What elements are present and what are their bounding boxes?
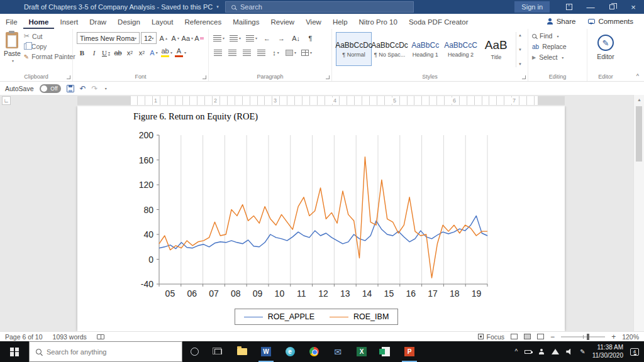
close-button[interactable]: × <box>623 0 644 14</box>
vertical-scrollbar[interactable]: ▲ <box>633 95 644 331</box>
tab-design[interactable]: Design <box>112 14 146 29</box>
document-page[interactable]: Figure 6. Return on Equity (ROE) -400408… <box>77 106 565 331</box>
cut-button[interactable]: ✂Cut <box>24 32 75 40</box>
underline-button[interactable]: U▾ <box>101 47 111 58</box>
clear-formatting-button[interactable]: A <box>194 32 204 44</box>
show-paragraph-marks-button[interactable]: ¶ <box>305 32 316 44</box>
volume-icon[interactable] <box>566 349 573 355</box>
tab-soda-pdf[interactable]: Soda PDF Creator <box>403 14 474 29</box>
font-size-combo[interactable]: 12▾ <box>141 32 157 44</box>
bullets-button[interactable]: ▾ <box>213 32 225 44</box>
styles-scroll-up-button[interactable]: ▲ <box>517 33 523 37</box>
tab-references[interactable]: References <box>179 14 227 29</box>
superscript-button[interactable]: x2 <box>136 47 147 58</box>
styles-gallery-more-button[interactable]: ▼ <box>517 62 523 66</box>
tab-review[interactable]: Review <box>265 14 300 29</box>
change-case-button[interactable]: Aa▾ <box>182 32 192 44</box>
tab-home[interactable]: Home <box>23 14 55 29</box>
select-button[interactable]: ▶Select▾ <box>532 53 583 61</box>
align-left-button[interactable] <box>213 47 223 58</box>
numbering-button[interactable]: ▾ <box>229 32 242 44</box>
taskbar-search-input[interactable] <box>47 348 166 356</box>
file-explorer-button[interactable] <box>230 341 254 362</box>
scrollbar-thumb[interactable] <box>636 106 642 162</box>
action-center-button[interactable]: 4 <box>630 348 639 356</box>
tab-nitro-pro[interactable]: Nitro Pro 10 <box>353 14 403 29</box>
taskbar-clock[interactable]: 11:38 AM 11/30/2020 <box>592 344 623 359</box>
focus-button[interactable]: Focus <box>478 333 505 341</box>
sign-in-button[interactable]: Sign in <box>514 1 550 13</box>
green-office-app-button[interactable] <box>374 341 397 362</box>
copy-button[interactable]: Copy <box>24 43 75 50</box>
comments-button[interactable]: Comments <box>582 16 639 27</box>
word-button[interactable]: W <box>254 341 278 362</box>
line-spacing-button[interactable]: ↕▾ <box>270 47 281 58</box>
title-dropdown-icon[interactable]: ▾ <box>216 4 219 9</box>
share-button[interactable]: Share <box>541 16 582 27</box>
scroll-up-button[interactable]: ▲ <box>634 95 644 104</box>
align-center-button[interactable] <box>227 47 238 58</box>
task-view-button[interactable] <box>206 341 230 362</box>
tab-draw[interactable]: Draw <box>84 14 112 29</box>
tab-layout[interactable]: Layout <box>146 14 179 29</box>
horizontal-ruler[interactable]: 1 2 3 4 5 6 7 <box>77 96 565 105</box>
style-normal[interactable]: AaBbCcDc ¶ Normal <box>336 32 372 66</box>
style-no-spacing[interactable]: AaBbCcDc ¶ No Spac... <box>372 32 408 66</box>
redo-button[interactable]: ↷ <box>92 84 98 93</box>
zoom-slider[interactable] <box>561 336 605 337</box>
text-effects-button[interactable]: A▾ <box>148 47 159 58</box>
print-layout-button[interactable] <box>524 334 531 339</box>
decrease-indent-button[interactable]: ← <box>262 32 272 44</box>
web-layout-button[interactable] <box>537 334 544 339</box>
styles-scroll-down-button[interactable]: ▼ <box>517 48 523 52</box>
justify-button[interactable] <box>256 47 267 58</box>
paragraph-dialog-launcher[interactable] <box>326 75 330 79</box>
word-count[interactable]: 1093 words <box>53 333 87 341</box>
borders-button[interactable]: ▾ <box>301 47 313 58</box>
undo-button[interactable]: ↶ <box>80 84 86 93</box>
clipboard-dialog-launcher[interactable] <box>67 75 70 79</box>
style-title[interactable]: AaB Title <box>479 32 514 66</box>
people-icon[interactable] <box>538 349 545 354</box>
paste-button[interactable]: Paste ▾ <box>4 32 21 63</box>
italic-button[interactable]: I <box>89 47 99 58</box>
format-painter-button[interactable]: ✎Format Painter <box>24 53 75 60</box>
tab-mailings[interactable]: Mailings <box>227 14 265 29</box>
pen-icon[interactable]: ✎ <box>580 348 585 355</box>
proofing-icon[interactable] <box>97 334 104 339</box>
titlebar-search-box[interactable]: Search <box>225 1 414 13</box>
subscript-button[interactable]: x2 <box>125 47 135 58</box>
chrome-button[interactable] <box>302 341 326 362</box>
style-heading2[interactable]: AaBbCcC Heading 2 <box>443 32 478 66</box>
autosave-toggle[interactable]: Off <box>40 84 61 93</box>
strikethrough-button[interactable]: ab <box>113 47 123 58</box>
increase-indent-button[interactable]: → <box>276 32 287 44</box>
ribbon-display-options-button[interactable] <box>558 0 580 14</box>
text-highlight-button[interactable]: ab▾ <box>160 47 173 58</box>
page-indicator[interactable]: Page 6 of 10 <box>5 333 43 341</box>
tab-file[interactable]: File <box>0 14 23 29</box>
grow-font-button[interactable]: A▴ <box>158 32 169 44</box>
hidden-icons-chevron[interactable]: ^ <box>515 348 518 355</box>
mail-button[interactable]: ✉ <box>326 341 350 362</box>
network-icon[interactable] <box>552 349 559 354</box>
tab-help[interactable]: Help <box>327 14 353 29</box>
minimize-button[interactable]: — <box>580 0 601 14</box>
restore-button[interactable] <box>601 0 623 14</box>
font-name-combo[interactable]: Times New Roma▾ <box>77 32 140 44</box>
cortana-button[interactable] <box>182 341 206 362</box>
bold-button[interactable]: B <box>77 47 87 58</box>
align-right-button[interactable] <box>242 47 252 58</box>
start-button[interactable] <box>0 341 29 362</box>
zoom-out-button[interactable]: − <box>550 332 555 341</box>
edge-button[interactable]: e <box>278 341 302 362</box>
tab-insert[interactable]: Insert <box>54 14 84 29</box>
sort-button[interactable]: A↓ <box>291 32 301 44</box>
powerpoint-button[interactable]: P <box>397 341 421 362</box>
tab-view[interactable]: View <box>300 14 327 29</box>
excel-button[interactable]: X <box>350 341 374 362</box>
replace-button[interactable]: abReplace <box>532 43 583 50</box>
read-mode-button[interactable] <box>511 334 518 339</box>
collapse-ribbon-button[interactable]: ^ <box>636 73 639 79</box>
shading-button[interactable]: ▾ <box>285 47 297 58</box>
